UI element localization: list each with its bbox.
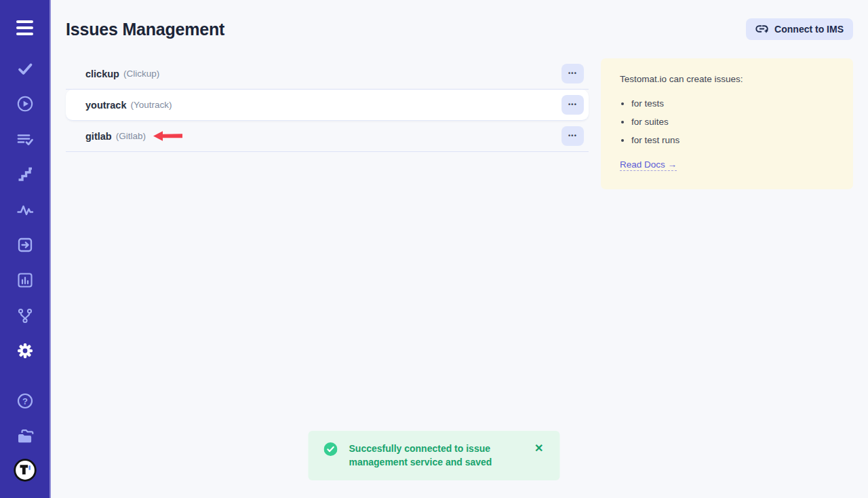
sidebar-item-analytics[interactable] — [16, 200, 35, 219]
main-content: Issues Management Connect to IMS clickup… — [51, 0, 868, 498]
sidebar-item-settings[interactable] — [16, 341, 35, 360]
folders-icon — [16, 427, 35, 446]
row-menu-button[interactable]: ••• — [561, 126, 584, 146]
info-item: for tests — [631, 98, 834, 109]
sidebar-item-milestones[interactable] — [16, 165, 35, 184]
integration-type: (Youtrack) — [130, 100, 172, 110]
integration-name: youtrack — [85, 100, 126, 111]
red-arrow-left-icon — [152, 130, 184, 142]
bar-chart-icon — [16, 271, 35, 290]
pulse-icon — [16, 200, 35, 219]
sidebar-item-branches[interactable] — [16, 306, 35, 325]
integration-row-youtrack[interactable]: youtrack (Youtrack) ••• — [66, 90, 589, 121]
play-circle-icon — [16, 94, 35, 113]
link-icon — [755, 24, 768, 34]
info-panel-list: for tests for suites for test runs — [631, 98, 834, 145]
testomat-logo[interactable] — [13, 458, 37, 482]
toast-close-button[interactable]: ✕ — [534, 442, 543, 455]
sidebar-item-runs[interactable] — [16, 94, 35, 113]
page-header: Issues Management Connect to IMS — [66, 18, 853, 40]
hamburger-icon — [16, 20, 33, 24]
stairs-icon — [16, 165, 35, 184]
ellipsis-icon: ••• — [568, 102, 577, 108]
toast-message: Succesfully connected to issue managemen… — [349, 442, 535, 469]
login-box-icon — [16, 235, 35, 254]
connect-to-ims-button[interactable]: Connect to IMS — [746, 18, 853, 40]
ellipsis-icon: ••• — [568, 133, 577, 139]
page-title: Issues Management — [66, 20, 224, 39]
sidebar-item-import[interactable] — [16, 235, 35, 254]
close-icon: ✕ — [534, 442, 543, 454]
connect-button-label: Connect to IMS — [774, 24, 844, 35]
info-item: for suites — [631, 117, 834, 127]
success-check-icon — [324, 442, 338, 456]
sidebar-item-test-plans[interactable] — [16, 130, 35, 149]
menu-toggle-button[interactable] — [14, 17, 36, 39]
info-item: for test runs — [631, 135, 834, 145]
question-glyph: ? — [22, 396, 28, 406]
integration-name: clickup — [85, 69, 119, 79]
row-menu-button[interactable]: ••• — [561, 95, 584, 115]
integrations-list: clickup (Clickup) ••• youtrack (Youtrack… — [66, 58, 589, 152]
sidebar-item-reports[interactable] — [16, 271, 35, 290]
branch-fork-icon — [16, 306, 35, 325]
integration-name: gitlab — [85, 131, 112, 142]
info-panel: Testomat.io can create issues: for tests… — [601, 58, 853, 189]
sidebar-item-projects[interactable] — [16, 427, 35, 446]
check-icon — [16, 59, 35, 78]
settings-gear-icon — [16, 341, 35, 360]
row-menu-button[interactable]: ••• — [561, 64, 584, 83]
integration-row-clickup[interactable]: clickup (Clickup) ••• — [66, 58, 589, 90]
list-check-icon — [16, 130, 35, 149]
info-panel-title: Testomat.io can create issues: — [620, 74, 834, 84]
sidebar-item-help[interactable]: ? — [16, 391, 35, 410]
success-toast: Succesfully connected to issue managemen… — [309, 431, 560, 480]
help-circle-icon: ? — [16, 391, 35, 410]
sidebar-item-tests[interactable] — [16, 59, 35, 78]
ellipsis-icon: ••• — [568, 71, 577, 77]
integration-type: (Clickup) — [123, 69, 159, 79]
integration-row-gitlab[interactable]: gitlab (Gitlab) ••• — [66, 121, 589, 152]
sidebar: ? — [0, 0, 51, 498]
read-docs-link[interactable]: Read Docs → — [620, 159, 677, 171]
content-area: clickup (Clickup) ••• youtrack (Youtrack… — [66, 58, 853, 189]
integration-type: (Gitlab) — [116, 131, 146, 141]
red-arrow-annotation — [152, 130, 184, 142]
testomat-logo-icon — [13, 458, 37, 482]
